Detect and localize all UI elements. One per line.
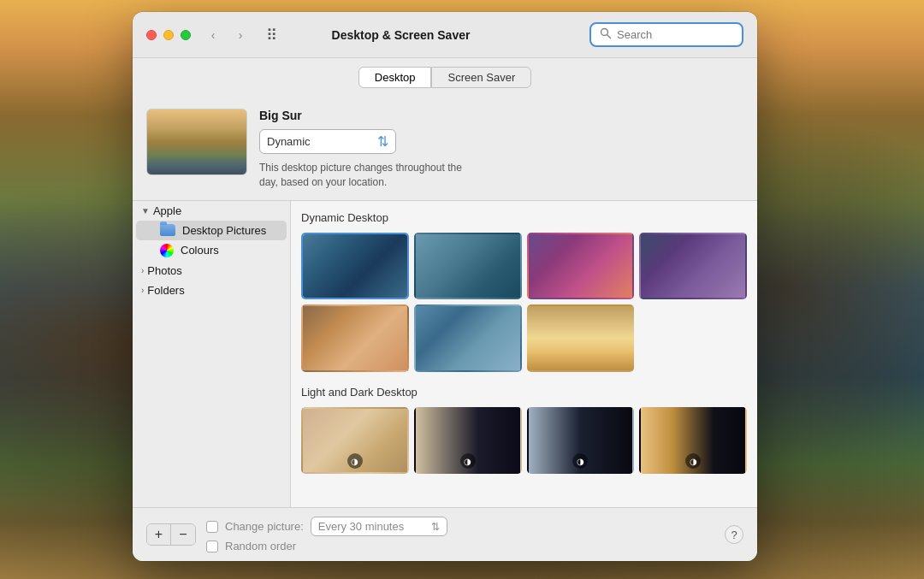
sidebar: ▼ Apple Desktop Pictures Colours › Photo… <box>133 201 291 507</box>
wallpaper-thumb-wp5 <box>303 306 407 370</box>
sidebar-section-apple[interactable]: ▼ Apple <box>133 201 290 221</box>
back-button[interactable]: ‹ <box>201 23 225 47</box>
svg-line-1 <box>607 35 611 38</box>
wallpaper-thumb-wp7 <box>529 306 633 370</box>
disclosure-icon-folders: › <box>141 286 144 295</box>
preview-title: Big Sur <box>259 109 743 122</box>
colour-wheel-icon <box>160 244 174 257</box>
wallpaper-thumb-wp3 <box>529 234 633 298</box>
wallpaper-item-wp3[interactable] <box>527 233 635 300</box>
sidebar-item-desktop-pictures[interactable]: Desktop Pictures <box>136 221 287 240</box>
wallpaper-item-ld2[interactable]: ◑ <box>414 407 522 475</box>
sidebar-item-label-desktop-pictures: Desktop Pictures <box>182 224 266 237</box>
dropdown-value: Dynamic <box>267 135 311 148</box>
wallpaper-item-ld3[interactable]: ◑ <box>527 407 635 475</box>
wallpaper-item-wp2[interactable] <box>414 233 522 300</box>
wallpaper-item-wp4[interactable] <box>639 233 747 300</box>
empty-slot <box>639 304 747 372</box>
dropdown-arrow-icon-bottom: ⇅ <box>431 521 440 533</box>
search-box[interactable] <box>589 22 743 47</box>
add-button[interactable]: + <box>147 524 171 545</box>
wallpaper-item-ld4[interactable]: ◑ <box>639 407 747 475</box>
dynamic-desktop-grid <box>301 233 747 372</box>
sidebar-label-apple: Apple <box>153 204 181 217</box>
sidebar-label-folders: Folders <box>147 284 184 297</box>
ld-icon-3: ◑ <box>572 453 588 469</box>
middle-row: ▼ Apple Desktop Pictures Colours › Photo… <box>133 201 757 507</box>
random-order-row: Random order <box>206 540 296 552</box>
tab-screen-saver[interactable]: Screen Saver <box>431 67 531 88</box>
wallpaper-item-wp6[interactable] <box>414 304 522 372</box>
random-order-label: Random order <box>225 540 296 552</box>
remove-button[interactable]: − <box>171 524 195 545</box>
change-picture-dropdown[interactable]: Every 30 minutes ⇅ <box>311 517 447 536</box>
titlebar: ‹ › ⠿ Desktop & Screen Saver <box>133 12 757 58</box>
preview-section: Big Sur Dynamic ⇅ This desktop picture c… <box>133 95 757 201</box>
maximize-button[interactable] <box>181 30 191 40</box>
dropdown-arrow-icon: ⇅ <box>377 133 388 150</box>
ld-icon-1: ◑ <box>347 453 363 469</box>
minimize-button[interactable] <box>163 30 174 40</box>
traffic-lights <box>146 30 191 40</box>
search-icon <box>600 27 612 42</box>
preview-description: This desktop picture changes throughout … <box>259 161 482 190</box>
change-picture-interval: Every 30 minutes <box>318 520 404 533</box>
sidebar-section-folders[interactable]: › Folders <box>133 281 290 300</box>
sidebar-item-colours[interactable]: Colours <box>136 240 287 261</box>
sidebar-label-photos: Photos <box>147 264 181 277</box>
wallpaper-item-wp1[interactable] <box>301 233 409 300</box>
bottom-options: Change picture: Every 30 minutes ⇅ Rando… <box>206 517 714 552</box>
wallpaper-thumb-wp2 <box>416 234 520 298</box>
wallpaper-area: Dynamic Desktop <box>291 201 757 507</box>
folder-icon <box>160 224 175 236</box>
wallpaper-thumb-wp6 <box>416 306 520 370</box>
sidebar-section-photos[interactable]: › Photos <box>133 261 290 281</box>
wallpaper-item-wp7[interactable] <box>527 304 635 372</box>
section-label-dynamic: Dynamic Desktop <box>301 211 747 224</box>
dynamic-dropdown[interactable]: Dynamic ⇅ <box>259 129 396 154</box>
bottom-bar: + − Change picture: Every 30 minutes ⇅ R… <box>133 507 757 561</box>
window-title: Desktop & Screen Saver <box>222 28 579 42</box>
ld-icon-2: ◑ <box>460 453 476 469</box>
preferences-window: ‹ › ⠿ Desktop & Screen Saver Desktop Scr… <box>133 12 757 561</box>
light-dark-desktop-grid: ◑ ◑ ◑ ◑ <box>301 407 747 475</box>
wallpaper-item-wp5[interactable] <box>301 304 409 372</box>
disclosure-icon-apple: ▼ <box>141 206 150 216</box>
search-input[interactable] <box>617 28 733 41</box>
random-order-checkbox[interactable] <box>206 541 218 552</box>
wallpaper-thumb-wp1 <box>303 234 407 298</box>
preview-thumbnail <box>146 109 247 175</box>
add-remove-buttons: + − <box>146 523 196 546</box>
sidebar-item-label-colours: Colours <box>181 244 219 257</box>
wallpaper-thumb-wp4 <box>641 234 745 298</box>
disclosure-icon-photos: › <box>141 266 144 275</box>
change-picture-checkbox[interactable] <box>206 521 218 533</box>
preview-info: Big Sur Dynamic ⇅ This desktop picture c… <box>259 109 743 190</box>
change-picture-label: Change picture: <box>225 520 304 533</box>
help-button[interactable]: ? <box>725 525 743 544</box>
change-picture-row: Change picture: Every 30 minutes ⇅ <box>206 517 447 536</box>
section-label-light-dark: Light and Dark Desktop <box>301 386 747 399</box>
close-button[interactable] <box>146 30 157 40</box>
tab-desktop[interactable]: Desktop <box>358 67 432 88</box>
body-area: Big Sur Dynamic ⇅ This desktop picture c… <box>133 95 757 561</box>
ld-icon-4: ◑ <box>685 453 701 469</box>
wallpaper-item-ld1[interactable]: ◑ <box>301 407 409 475</box>
tabs-bar: Desktop Screen Saver <box>133 58 757 95</box>
